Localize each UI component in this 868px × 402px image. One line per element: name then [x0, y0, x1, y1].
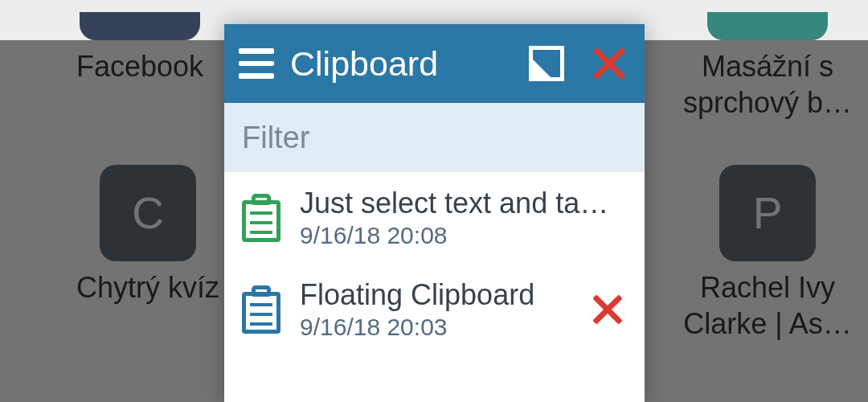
- popup-header: Clipboard: [224, 24, 645, 103]
- resize-icon[interactable]: [529, 46, 564, 81]
- clipboard-item[interactable]: Just select text and ta… 9/16/18 20:08: [224, 172, 645, 264]
- close-icon[interactable]: [592, 46, 627, 81]
- clipboard-item-title: Just select text and ta…: [300, 187, 627, 220]
- screen-root: Facebook Masážní s sprchový b… C Chytrý …: [0, 0, 868, 402]
- popup-title: Clipboard: [290, 44, 513, 84]
- app-tile: [707, 12, 828, 40]
- filter-input[interactable]: [242, 121, 627, 155]
- clipboard-item-time: 9/16/18 20:08: [300, 222, 627, 249]
- clipboard-item-time: 9/16/18 20:03: [300, 314, 572, 341]
- app-tile: [80, 12, 200, 40]
- clipboard-item-title: Floating Clipboard: [300, 278, 572, 312]
- hamburger-menu-icon[interactable]: [239, 46, 274, 81]
- filter-row: [224, 103, 645, 172]
- clipboard-icon: [242, 194, 280, 242]
- clipboard-icon: [242, 285, 280, 334]
- delete-item-icon[interactable]: [592, 293, 624, 326]
- clipboard-item-text: Just select text and ta… 9/16/18 20:08: [300, 187, 627, 249]
- clipboard-item[interactable]: Floating Clipboard 9/16/18 20:03: [224, 264, 645, 355]
- clipboard-popup: Clipboard Just select text and ta… 9/16/…: [224, 24, 645, 402]
- clipboard-item-text: Floating Clipboard 9/16/18 20:03: [300, 278, 572, 341]
